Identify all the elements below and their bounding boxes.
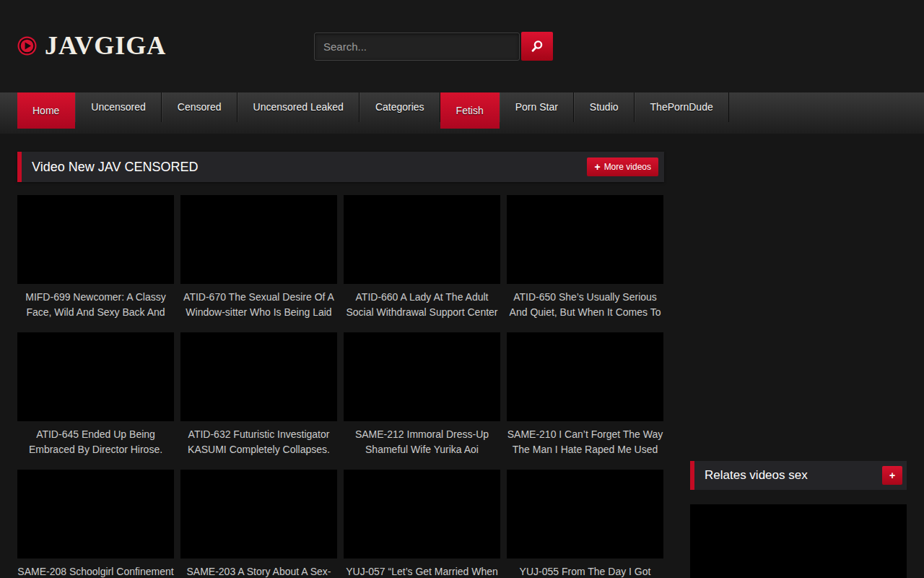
video-card[interactable]: SAME-212 Immoral Dress-Up Shameful Wife …: [344, 332, 500, 457]
nav-item-censored[interactable]: Censored: [162, 92, 237, 122]
main-section-header: Video New JAV CENSORED + More videos: [17, 152, 664, 182]
search-button[interactable]: [521, 32, 553, 61]
video-title-line: SAME-203 A Story About A Sex-: [180, 564, 337, 578]
plus-icon: +: [889, 470, 895, 480]
video-title[interactable]: SAME-212 Immoral Dress-Up Shameful Wife …: [344, 427, 500, 457]
nav-item-uncensored-leaked[interactable]: Uncensored Leaked: [237, 92, 359, 122]
video-card[interactable]: ATID-632 Futuristic Investigator KASUMI …: [180, 332, 337, 457]
nav-item-categories[interactable]: Categories: [359, 92, 440, 122]
nav-item-porn-star[interactable]: Porn Star: [500, 92, 574, 122]
main-nav: Home Uncensored Censored Uncensored Leak…: [0, 92, 924, 134]
video-card[interactable]: ATID-670 The Sexual Desire Of A Window-s…: [180, 195, 337, 320]
video-title-line: SAME-212 Immoral Dress-Up: [344, 427, 500, 442]
video-title[interactable]: ATID-632 Futuristic Investigator KASUMI …: [180, 427, 337, 457]
video-title-line: YUJ-057 “Let’s Get Married When: [344, 564, 500, 578]
video-title-line: MIFD-699 Newcomer: A Classy: [17, 290, 174, 305]
video-title[interactable]: MIFD-699 Newcomer: A Classy Face, Wild A…: [17, 290, 174, 320]
video-thumbnail[interactable]: [17, 332, 174, 421]
video-title-line: ATID-660 A Lady At The Adult: [344, 290, 500, 305]
video-title[interactable]: ATID-650 She’s Usually Serious And Quiet…: [507, 290, 663, 320]
video-card[interactable]: YUJ-057 “Let’s Get Married When: [344, 470, 500, 578]
search-icon: [531, 40, 544, 53]
video-title[interactable]: YUJ-055 From The Day I Got: [507, 564, 663, 578]
video-card[interactable]: SAME-203 A Story About A Sex-: [180, 470, 337, 578]
video-card[interactable]: SAME-208 Schoolgirl Confinement: [17, 470, 174, 578]
video-title-line: ATID-632 Futuristic Investigator: [180, 427, 337, 442]
search-box: [314, 32, 553, 61]
video-title[interactable]: ATID-670 The Sexual Desire Of A Window-s…: [180, 290, 337, 320]
video-thumbnail[interactable]: [180, 332, 337, 421]
nav-item-uncensored[interactable]: Uncensored: [75, 92, 162, 122]
nav-item-theporndude[interactable]: ThePornDude: [635, 92, 729, 122]
more-videos-button[interactable]: + More videos: [587, 158, 658, 176]
search-input[interactable]: [314, 33, 520, 61]
nav-item-fetish[interactable]: Fetish: [440, 92, 500, 129]
content-area: Video New JAV CENSORED + More videos MIF…: [17, 152, 907, 578]
video-title-line: ATID-645 Ended Up Being: [17, 427, 174, 442]
video-card[interactable]: SAME-210 I Can’t Forget The Way The Man …: [507, 332, 663, 457]
more-videos-label: More videos: [604, 162, 651, 172]
video-card[interactable]: ATID-645 Ended Up Being Embraced By Dire…: [17, 332, 174, 457]
logo[interactable]: JAVGIGA: [17, 33, 166, 59]
video-thumbnail[interactable]: [180, 195, 337, 284]
video-title[interactable]: SAME-210 I Can’t Forget The Way The Man …: [507, 427, 663, 457]
video-thumbnail[interactable]: [507, 332, 663, 421]
video-title[interactable]: ATID-660 A Lady At The Adult Social With…: [344, 290, 500, 320]
video-thumbnail[interactable]: [507, 195, 663, 284]
video-title-line: ATID-650 She’s Usually Serious: [507, 290, 663, 305]
video-thumbnail[interactable]: [17, 470, 174, 558]
video-thumbnail[interactable]: [507, 470, 663, 558]
nav-item-studio[interactable]: Studio: [574, 92, 635, 122]
sidebar-video-thumbnail[interactable]: [690, 504, 907, 578]
video-thumbnail[interactable]: [344, 470, 500, 558]
video-title-line: The Man I Hate Raped Me Used: [507, 442, 663, 457]
video-thumbnail[interactable]: [344, 332, 500, 421]
main-column: Video New JAV CENSORED + More videos MIF…: [17, 152, 664, 578]
video-card[interactable]: ATID-650 She’s Usually Serious And Quiet…: [507, 195, 663, 320]
video-title-line: Face, Wild And Sexy Back And: [17, 305, 174, 320]
video-card[interactable]: ATID-660 A Lady At The Adult Social With…: [344, 195, 500, 320]
video-title-line: Embraced By Director Hirose.: [17, 442, 174, 457]
sidebar: Relates videos sex +: [690, 152, 907, 578]
video-title[interactable]: ATID-645 Ended Up Being Embraced By Dire…: [17, 427, 174, 457]
video-grid: MIFD-699 Newcomer: A Classy Face, Wild A…: [17, 195, 664, 578]
nav-item-home[interactable]: Home: [17, 92, 75, 129]
sidebar-section-title: Relates videos sex: [705, 468, 808, 483]
nav-list: Home Uncensored Censored Uncensored Leak…: [17, 92, 924, 134]
play-icon: [17, 36, 37, 56]
video-title[interactable]: SAME-203 A Story About A Sex-: [180, 564, 337, 578]
video-thumbnail[interactable]: [17, 195, 174, 284]
plus-icon: +: [594, 162, 600, 172]
video-title[interactable]: SAME-208 Schoolgirl Confinement: [17, 564, 174, 578]
sidebar-section-header: Relates videos sex +: [690, 461, 907, 490]
video-title-line: SAME-208 Schoolgirl Confinement: [17, 564, 174, 578]
video-title-line: YUJ-055 From The Day I Got: [507, 564, 663, 578]
video-title-line: Social Withdrawal Support Center: [344, 305, 500, 320]
sidebar-more-button[interactable]: +: [882, 466, 902, 485]
video-title-line: And Quiet, But When It Comes To: [507, 305, 663, 320]
main-section-title: Video New JAV CENSORED: [32, 160, 198, 175]
video-title-line: KASUMI Completely Collapses.: [180, 442, 337, 457]
video-title-line: ATID-670 The Sexual Desire Of A: [180, 290, 337, 305]
video-card[interactable]: MIFD-699 Newcomer: A Classy Face, Wild A…: [17, 195, 174, 320]
site-header: JAVGIGA: [0, 0, 924, 92]
video-thumbnail[interactable]: [344, 195, 500, 284]
video-card[interactable]: YUJ-055 From The Day I Got: [507, 470, 663, 578]
video-title-line: Window-sitter Who Is Being Laid: [180, 305, 337, 320]
video-title-line: SAME-210 I Can’t Forget The Way: [507, 427, 663, 442]
video-thumbnail[interactable]: [180, 470, 337, 558]
video-title-line: Shameful Wife Yurika Aoi: [344, 442, 500, 457]
logo-text: JAVGIGA: [45, 33, 166, 59]
video-title[interactable]: YUJ-057 “Let’s Get Married When: [344, 564, 500, 578]
